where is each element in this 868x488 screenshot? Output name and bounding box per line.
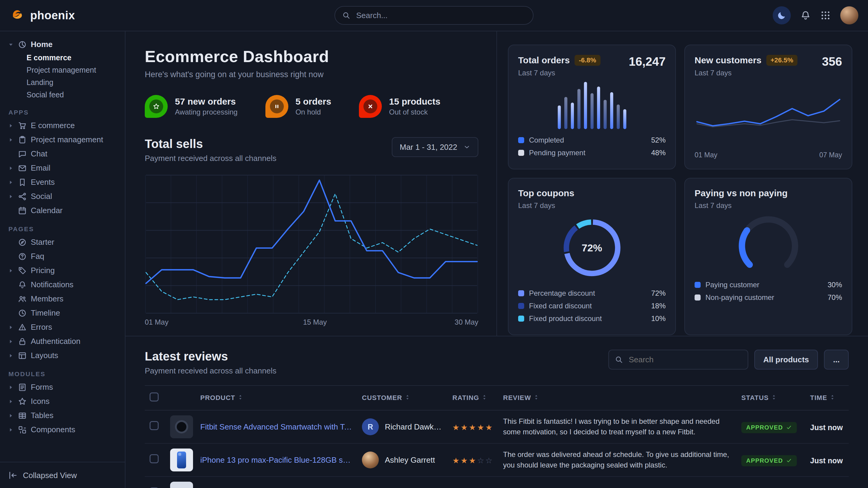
card-period: Last 7 days (518, 69, 600, 77)
sidebar-item-chat[interactable]: Chat (0, 147, 125, 161)
column-header-customer[interactable]: CUSTOMER (357, 386, 447, 410)
sidebar-item-layouts[interactable]: Layouts (0, 349, 125, 363)
users-icon (18, 295, 27, 303)
watch-face (175, 420, 188, 433)
reviews-title: Latest reviews (145, 350, 276, 363)
cell-customer: Ashley Garrett (357, 444, 447, 477)
theme-toggle-button[interactable] (773, 6, 791, 24)
legend-value: 30% (828, 281, 842, 289)
sidebar-item-members[interactable]: Members (0, 292, 125, 306)
legend-value: 52% (651, 136, 665, 144)
apps-grid-button[interactable] (820, 10, 831, 21)
row-checkbox[interactable] (150, 421, 159, 430)
sidebar-item-authentication[interactable]: Authentication (0, 334, 125, 349)
compass-icon (18, 238, 27, 247)
caret-right-icon (8, 398, 14, 404)
select-all-checkbox[interactable] (150, 392, 159, 401)
reviews-search[interactable] (608, 350, 748, 369)
product-link[interactable]: Fitbit Sense Advanced Smartwatch with To… (200, 422, 352, 432)
sidebar-footer-toggle[interactable]: Collapsed View (0, 462, 125, 488)
new-customers-value: 356 (822, 55, 842, 68)
page-subtitle: Here's what's going on at your business … (145, 70, 478, 79)
sidebar-item-e-commerce[interactable]: E commerce (0, 52, 125, 64)
sort-icon[interactable] (404, 394, 411, 400)
search-input[interactable] (355, 10, 526, 21)
collapsed-view-label: Collapsed View (23, 471, 77, 480)
sidebar-item-label: Pricing (31, 266, 55, 275)
more-options-button[interactable]: ... (824, 350, 849, 369)
sidebar-section-modules: MODULES (8, 370, 125, 378)
row-checkbox[interactable] (150, 454, 159, 463)
total-orders-value: 16,247 (629, 55, 665, 68)
sidebar-item-notifications[interactable]: Notifications (0, 278, 125, 292)
sidebar-item-pricing[interactable]: Pricing (0, 263, 125, 278)
customer-avatar (362, 452, 379, 468)
sidebar-item-forms[interactable]: Forms (0, 380, 125, 394)
sort-icon[interactable] (533, 394, 539, 400)
sidebar-nav: HomeE commerceProject managementLandingS… (0, 31, 125, 462)
review-text: This Fitbit is fantastic! I was trying t… (503, 416, 732, 437)
caret-right-icon (8, 413, 14, 419)
stars-empty: ☆☆ (477, 456, 494, 465)
topbar-search[interactable] (335, 6, 533, 25)
select-all-header[interactable] (145, 386, 165, 410)
sidebar-item-calendar[interactable]: Calendar (0, 203, 125, 218)
legend-label: Fixed card discount (529, 302, 592, 310)
sidebar-item-tables[interactable]: Tables (0, 409, 125, 423)
warning-icon (18, 323, 27, 331)
sort-icon[interactable] (481, 394, 488, 400)
cart-icon (18, 122, 27, 130)
sidebar-item-project-management[interactable]: Project management (0, 64, 125, 76)
sidebar-item-components[interactable]: Components (0, 423, 125, 437)
sidebar-item-starter[interactable]: Starter (0, 235, 125, 249)
sidebar-item-landing[interactable]: Landing (0, 76, 125, 89)
sidebar-item-social[interactable]: Social (0, 189, 125, 203)
question-icon (18, 252, 27, 261)
thumb-header (165, 386, 195, 410)
reviews-search-input[interactable] (628, 355, 742, 365)
top-region: Ecommerce Dashboard Here's what's going … (125, 31, 868, 336)
sidebar: HomeE commerceProject managementLandingS… (0, 31, 125, 488)
product-image (170, 415, 193, 438)
product-link[interactable]: iPhone 13 pro max-Pacific Blue-128GB sto… (200, 455, 352, 465)
sidebar-item-social-feed[interactable]: Social feed (0, 89, 125, 101)
stat-text: 57 new ordersAwating processing (175, 96, 238, 116)
sidebar-item-project-management[interactable]: Project management (0, 133, 125, 147)
sidebar-item-faq[interactable]: Faq (0, 249, 125, 263)
column-header-status[interactable]: STATUS (737, 386, 805, 410)
sidebar-item-events[interactable]: Events (0, 175, 125, 189)
column-header-review[interactable]: REVIEW (498, 386, 737, 410)
date-range-select[interactable]: Mar 1 - 31, 2022 (392, 137, 478, 157)
column-header-rating[interactable]: RATING (447, 386, 498, 410)
sort-icon[interactable] (771, 394, 777, 400)
caret-right-icon (8, 239, 14, 246)
all-products-button[interactable]: All products (754, 350, 818, 369)
sidebar-item-label: Starter (31, 237, 54, 247)
sort-icon[interactable] (829, 394, 836, 400)
sidebar-item-label: Components (31, 425, 75, 434)
column-header-product[interactable]: PRODUCT (195, 386, 357, 410)
dashboard-left-pane: Ecommerce Dashboard Here's what's going … (125, 31, 497, 336)
sidebar-item-label: Authentication (31, 337, 81, 346)
column-header-time[interactable]: TIME (805, 386, 849, 410)
main: Ecommerce Dashboard Here's what's going … (125, 31, 868, 488)
sidebar-item-e-commerce[interactable]: E commerce (0, 119, 125, 133)
cell-thumb (165, 444, 195, 477)
legend-value: 72% (651, 289, 665, 297)
sidebar-item-home[interactable]: Home (0, 37, 125, 52)
sidebar-item-errors[interactable]: Errors (0, 320, 125, 334)
legend-item: Non-paying customer70% (694, 291, 842, 304)
notifications-button[interactable] (801, 10, 811, 21)
cell-product (195, 477, 357, 488)
caret-right-icon (8, 353, 14, 359)
sidebar-item-icons[interactable]: Icons (0, 394, 125, 409)
sort-icon[interactable] (237, 394, 244, 400)
sidebar-item-timeline[interactable]: Timeline (0, 306, 125, 320)
user-avatar[interactable] (840, 6, 858, 24)
sidebar-item-email[interactable]: Email (0, 161, 125, 175)
brand[interactable]: phoenix (10, 7, 125, 23)
phoenix-logo-icon (10, 7, 25, 23)
check-icon (786, 424, 792, 430)
pause-icon (274, 103, 280, 110)
cell-product: Fitbit Sense Advanced Smartwatch with To… (195, 410, 357, 444)
